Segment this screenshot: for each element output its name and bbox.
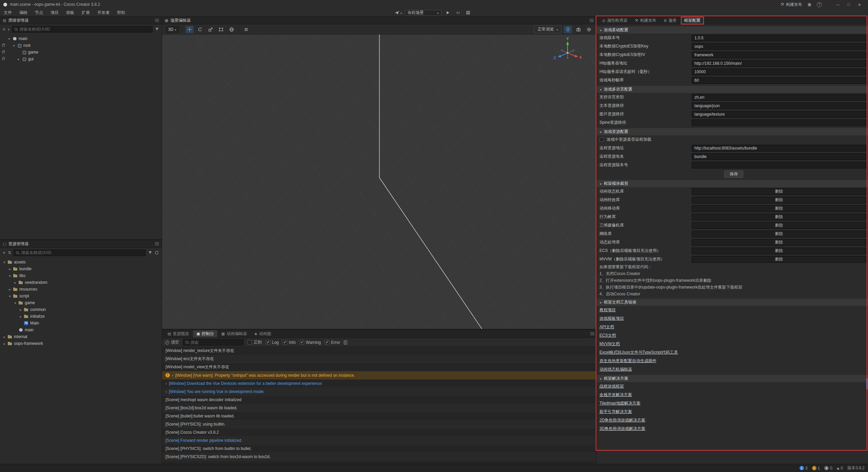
section-header-resource-config[interactable]: 游戏资源配置 bbox=[597, 128, 868, 135]
asset-node[interactable]: resources bbox=[0, 286, 162, 293]
scene-settings-button[interactable] bbox=[585, 26, 593, 33]
panel-menu-icon[interactable] bbox=[590, 332, 594, 335]
add-asset-button[interactable] bbox=[3, 250, 5, 255]
console-log-row[interactable]: [Scene] Forward render pipeline initiali… bbox=[162, 436, 596, 445]
assets-search-input[interactable] bbox=[21, 250, 143, 255]
expand-arrow-icon[interactable] bbox=[14, 301, 17, 305]
console-filter[interactable]: Warning bbox=[300, 340, 321, 345]
maximize-button[interactable] bbox=[844, 0, 854, 8]
delete-module-button[interactable]: 删除 bbox=[692, 239, 866, 246]
asset-node[interactable]: initialize bbox=[0, 313, 162, 320]
export-log-icon[interactable] bbox=[344, 340, 347, 345]
snap-grid-toggle[interactable] bbox=[242, 26, 250, 33]
build-publish-button[interactable]: 构建发布 bbox=[781, 2, 802, 7]
lock-icon[interactable] bbox=[2, 44, 5, 46]
solution-link[interactable]: 3D角色扮演游戏解决方案 bbox=[599, 426, 645, 432]
gizmo-space-toggle[interactable] bbox=[228, 26, 236, 33]
checkbox-icon[interactable] bbox=[599, 137, 604, 142]
config-input[interactable] bbox=[692, 43, 866, 50]
config-input[interactable] bbox=[692, 68, 866, 75]
step-button[interactable] bbox=[454, 9, 462, 16]
scrollbar-thumb[interactable] bbox=[866, 378, 868, 390]
delete-module-button[interactable]: 删除 bbox=[692, 214, 866, 220]
chevron-down-icon[interactable] bbox=[8, 27, 9, 32]
asset-node[interactable]: libs bbox=[0, 272, 162, 279]
console-tab[interactable]: 控制台 bbox=[193, 330, 217, 337]
lock-icon[interactable] bbox=[2, 51, 5, 53]
asset-node[interactable]: game bbox=[0, 299, 162, 306]
solution-link[interactable]: 2D角色扮演游戏解决方案 bbox=[599, 417, 645, 423]
panel-menu-icon[interactable] bbox=[590, 19, 594, 22]
hierarchy-node[interactable]: root bbox=[0, 42, 162, 49]
hierarchy-node[interactable]: game bbox=[0, 49, 162, 56]
hierarchy-node[interactable]: main bbox=[0, 35, 162, 42]
rect-tool[interactable] bbox=[217, 26, 225, 33]
inspector-tab[interactable]: 属性检查器 bbox=[599, 17, 631, 24]
expand-arrow-icon[interactable] bbox=[3, 260, 6, 264]
expand-arrow-icon[interactable] bbox=[165, 381, 167, 386]
asset-node[interactable]: oops-framework bbox=[0, 340, 162, 347]
menu-item[interactable]: 文件 bbox=[0, 9, 16, 16]
scene-light-toggle[interactable] bbox=[564, 26, 572, 33]
delete-module-button[interactable]: 删除 bbox=[692, 197, 866, 203]
menu-item[interactable]: 面板 bbox=[62, 9, 78, 16]
section-header-solutions[interactable]: 框架解决方案 bbox=[597, 375, 868, 382]
config-input[interactable] bbox=[692, 60, 866, 67]
expand-arrow-icon[interactable] bbox=[165, 389, 167, 394]
lock-icon[interactable] bbox=[2, 58, 5, 60]
sort-assets-button[interactable] bbox=[8, 250, 11, 255]
orientation-gizmo[interactable]: Y X Z bbox=[552, 37, 583, 68]
panel-menu-icon[interactable] bbox=[155, 19, 159, 22]
inspector-tab[interactable]: 框架配置 bbox=[681, 17, 704, 24]
expand-arrow-icon[interactable] bbox=[8, 288, 12, 291]
doc-link[interactable]: 动画状态机编辑器 bbox=[599, 367, 632, 372]
expand-arrow-icon[interactable] bbox=[19, 315, 22, 318]
asset-node[interactable]: script bbox=[0, 293, 162, 299]
section-header-language-config[interactable]: 游戏多语言配置 bbox=[597, 86, 868, 93]
config-input[interactable] bbox=[692, 77, 866, 84]
doc-link[interactable]: 原生包热更新配置自动生成插件 bbox=[599, 358, 656, 364]
config-input[interactable] bbox=[692, 35, 866, 41]
asset-node[interactable]: seedrandom bbox=[0, 279, 162, 286]
menu-item[interactable]: 编辑 bbox=[16, 9, 31, 16]
add-node-button[interactable] bbox=[3, 27, 5, 32]
asset-node[interactable]: internal bbox=[0, 333, 162, 340]
console-search-input[interactable] bbox=[191, 340, 241, 345]
expand-arrow-icon[interactable] bbox=[3, 335, 6, 339]
play-button[interactable] bbox=[444, 9, 452, 16]
config-input[interactable] bbox=[692, 162, 866, 169]
doc-link[interactable]: 游戏模板项目 bbox=[599, 316, 624, 321]
console-log-row[interactable]: [Scene] [bullet]:bullet wasm lib loaded. bbox=[162, 412, 596, 420]
console-filter[interactable]: Info bbox=[283, 340, 296, 345]
menu-item[interactable]: 项目 bbox=[47, 9, 62, 16]
expand-arrow-icon[interactable] bbox=[8, 294, 12, 298]
expand-arrow-icon[interactable] bbox=[172, 373, 173, 378]
task-count-badge[interactable]: 0 bbox=[837, 466, 843, 471]
minimize-button[interactable] bbox=[833, 0, 843, 8]
console-log-row[interactable]: [Window] render_texture文件夹不存在 bbox=[162, 347, 596, 355]
console-log-row[interactable]: [Scene] meshopt wasm decoder initialized bbox=[162, 396, 596, 404]
console-filter[interactable]: Error bbox=[325, 340, 340, 345]
console-log-row[interactable]: [Window] model_view文件夹不存在 bbox=[162, 363, 596, 371]
asset-node[interactable]: main bbox=[0, 327, 162, 333]
inspector-tab[interactable]: 构建发布 bbox=[632, 17, 660, 24]
console-filter[interactable]: Log bbox=[266, 340, 279, 345]
expand-arrow-icon[interactable] bbox=[8, 267, 12, 271]
filter-button[interactable] bbox=[148, 251, 152, 255]
asset-node[interactable]: Main bbox=[0, 320, 162, 327]
expand-arrow-icon[interactable] bbox=[12, 44, 16, 47]
panel-menu-icon[interactable] bbox=[155, 242, 159, 245]
console-log-row[interactable]: [Window] Download the Vue Devtools exten… bbox=[162, 379, 596, 388]
expand-arrow-icon[interactable] bbox=[14, 281, 17, 284]
help-icon[interactable] bbox=[817, 2, 822, 7]
inspector-tab[interactable]: 服务 bbox=[660, 17, 680, 24]
delete-module-button[interactable]: 删除 bbox=[692, 188, 866, 195]
console-log-row[interactable]: [Window] ecs文件夹不存在 bbox=[162, 355, 596, 363]
hierarchy-search-input[interactable] bbox=[20, 27, 150, 32]
console-log-row[interactable]: [Window] You are running Vue in developm… bbox=[162, 388, 596, 396]
preview-platform-dropdown[interactable] bbox=[394, 11, 402, 15]
hierarchy-node[interactable]: gui bbox=[0, 56, 162, 62]
asset-node[interactable]: common bbox=[0, 306, 162, 313]
filter-button[interactable] bbox=[155, 27, 159, 31]
config-input[interactable] bbox=[692, 52, 866, 58]
